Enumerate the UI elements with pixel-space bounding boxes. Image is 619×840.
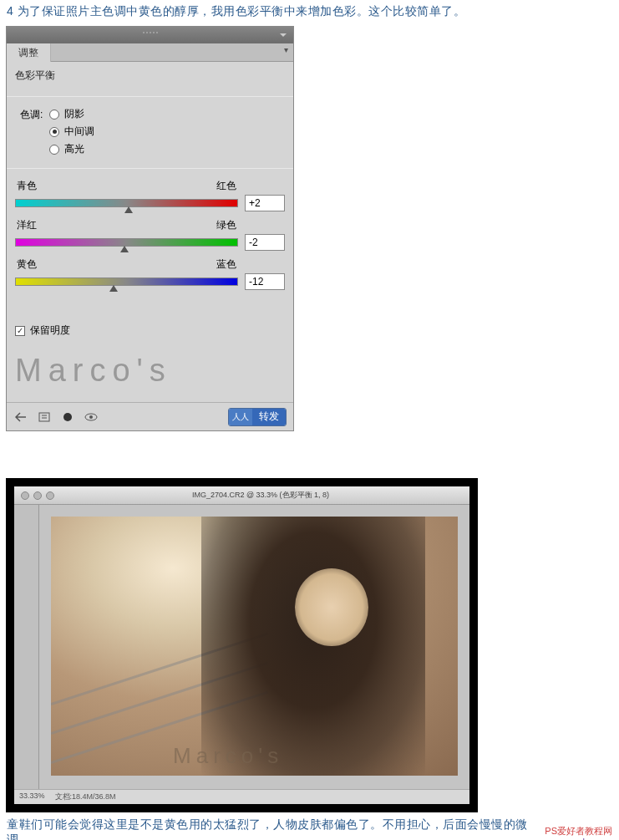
close-icon[interactable]: [21, 491, 29, 500]
ruler-vertical: [14, 505, 39, 789]
document-window: IMG_2704.CR2 @ 33.3% (色彩平衡 1, 8) Marco's…: [6, 478, 478, 812]
intro-text: 4 为了保证照片主色调中黄色的醇厚，我用色彩平衡中来增加色彩。这个比较简单了。: [0, 0, 619, 23]
radio-midtones[interactable]: 中间调: [49, 125, 94, 139]
doc-info: 文档:18.4M/36.8M: [55, 792, 116, 802]
slider-track[interactable]: [15, 277, 238, 286]
back-icon[interactable]: [13, 410, 28, 424]
status-bar: 33.33% 文档:18.4M/36.8M: [14, 789, 469, 804]
slider-thumb-icon[interactable]: [124, 206, 133, 213]
radio-label: 中间调: [64, 125, 94, 139]
slider-thumb-icon[interactable]: [109, 285, 118, 292]
minimize-icon[interactable]: [33, 491, 42, 500]
radio-label: 高光: [64, 142, 84, 156]
share-button[interactable]: 人人 转发: [228, 408, 287, 426]
canvas-area[interactable]: Marco's: [39, 505, 469, 789]
radio-icon: [49, 127, 59, 137]
slider-right-label: 绿色: [216, 218, 236, 232]
visibility-icon[interactable]: [84, 410, 99, 424]
slider-yellow-blue: 黄色 蓝色: [15, 257, 285, 290]
tab-adjustments[interactable]: 调整: [7, 43, 51, 62]
slider-value-input[interactable]: [245, 195, 285, 211]
radio-shadows[interactable]: 阴影: [49, 107, 94, 121]
panel-titlebar[interactable]: [7, 27, 293, 43]
slider-track[interactable]: [15, 238, 238, 247]
expand-icon[interactable]: [37, 410, 52, 424]
brand-url: www.psahz.com: [545, 837, 612, 840]
zoom-level[interactable]: 33.33%: [19, 792, 45, 802]
window-titlebar[interactable]: IMG_2704.CR2 @ 33.3% (色彩平衡 1, 8): [14, 486, 469, 505]
slider-track[interactable]: [15, 199, 238, 207]
renren-icon: 人人: [229, 409, 252, 425]
brand-cn: PS爱好者教程网: [545, 826, 612, 837]
radio-icon: [49, 145, 59, 155]
panel-menu-icon[interactable]: [51, 43, 293, 62]
svg-point-1: [63, 413, 72, 421]
preserve-luminosity-checkbox[interactable]: ✓ 保留明度: [15, 323, 285, 338]
radio-label: 阴影: [64, 107, 84, 121]
slider-magenta-green: 洋红 绿色: [15, 218, 285, 251]
clip-icon[interactable]: [60, 410, 75, 424]
slider-left-label: 黄色: [17, 257, 37, 272]
slider-value-input[interactable]: [245, 273, 285, 290]
slider-value-input[interactable]: [245, 234, 285, 251]
site-watermark: PS爱好者教程网 www.psahz.com: [545, 826, 612, 840]
outro-text: 童鞋们可能会觉得这里是不是黄色用的太猛烈了，人物皮肤都偏色了。不用担心，后面会慢…: [7, 817, 545, 840]
window-title: IMG_2704.CR2 @ 33.3% (色彩平衡 1, 8): [58, 490, 463, 501]
panel-footer: 人人 转发: [7, 402, 293, 430]
adjustments-panel: 调整 色彩平衡 色调: 阴影 中间调 高光: [6, 26, 294, 431]
tone-selector: 色调: 阴影 中间调 高光: [15, 107, 285, 156]
divider: [7, 96, 293, 97]
slider-left-label: 青色: [17, 179, 37, 193]
share-label: 转发: [252, 409, 286, 425]
watermark-text: Marco's: [15, 353, 285, 389]
checkbox-icon: ✓: [15, 326, 25, 336]
divider: [7, 168, 293, 169]
photo-watermark: Marco's: [173, 743, 283, 769]
intro-body: 为了保证照片主色调中黄色的醇厚，我用色彩平衡中来增加色彩。这个比较简单了。: [18, 4, 466, 18]
slider-thumb-icon[interactable]: [120, 246, 129, 252]
tab-bar: 调整: [7, 43, 293, 62]
tone-label: 色调:: [20, 107, 43, 122]
svg-rect-0: [39, 413, 49, 421]
step-number: 4: [7, 4, 13, 18]
svg-point-3: [89, 415, 93, 419]
slider-cyan-red: 青色 红色: [15, 179, 285, 211]
adjustment-title: 色彩平衡: [15, 69, 285, 83]
radio-icon: [49, 109, 59, 120]
zoom-icon[interactable]: [46, 491, 54, 500]
slider-right-label: 蓝色: [216, 257, 236, 272]
slider-left-label: 洋红: [17, 218, 37, 232]
photo-preview: Marco's: [51, 517, 458, 776]
radio-highlights[interactable]: 高光: [49, 142, 94, 156]
checkbox-label: 保留明度: [30, 323, 70, 338]
slider-right-label: 红色: [216, 179, 236, 193]
